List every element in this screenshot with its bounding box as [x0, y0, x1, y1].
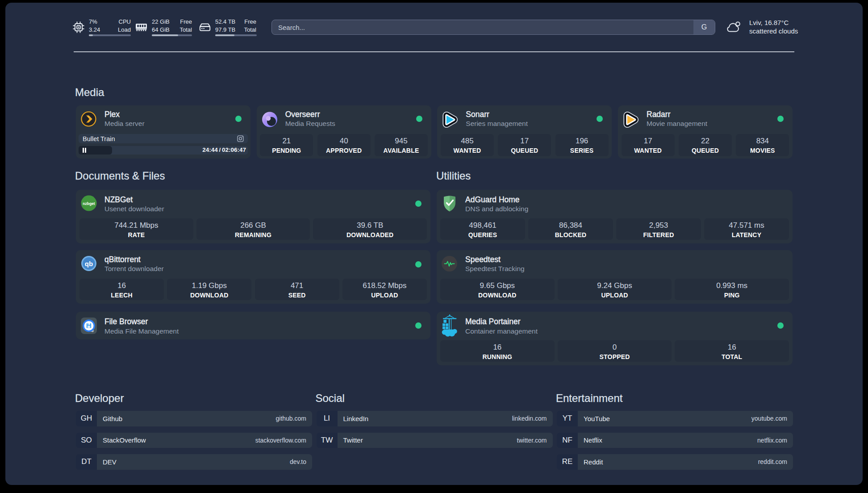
svg-text:nzbget: nzbget	[83, 201, 95, 206]
svg-text:qb: qb	[85, 259, 93, 267]
